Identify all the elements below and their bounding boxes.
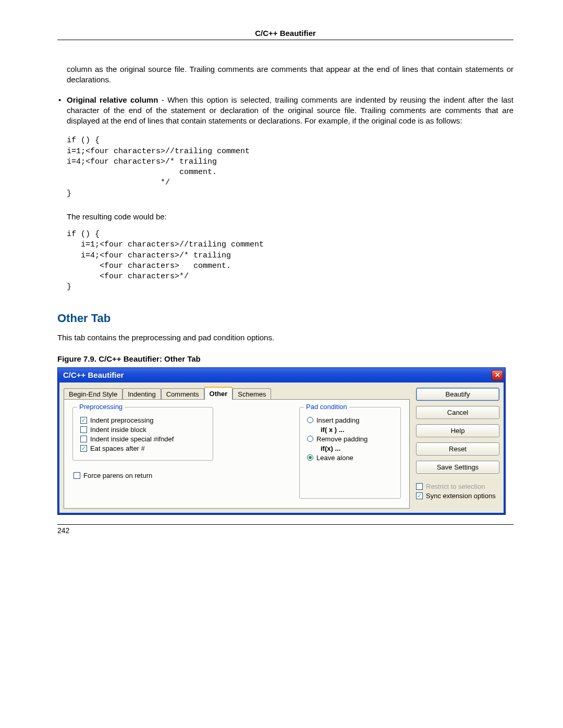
bullet-original-relative-column: Original relative column - When this opt… <box>57 95 513 127</box>
group-title-preprocessing: Preprocessing <box>77 403 125 411</box>
tab-schemes[interactable]: Schemes <box>232 388 271 400</box>
bullet-bold: Original relative column <box>67 95 158 104</box>
titlebar[interactable]: C/C++ Beautifier ✕ <box>58 368 505 382</box>
check-restrict-selection: Restrict to selection <box>416 483 499 490</box>
checkbox-icon: ✓ <box>416 492 423 499</box>
header-rule <box>57 40 513 40</box>
checkbox-icon <box>80 436 87 442</box>
radio-insert-padding[interactable]: Insert padding <box>307 416 393 424</box>
continuation-paragraph: column as the original source file. Trai… <box>57 64 513 85</box>
save-settings-button[interactable]: Save Settings <box>416 461 499 474</box>
check-indent-special-ifndef[interactable]: Indent inside special #ifndef <box>80 435 205 443</box>
close-icon[interactable]: ✕ <box>492 370 503 380</box>
check-sync-extension[interactable]: ✓ Sync extension options <box>416 492 499 500</box>
page-header: C/C++ Beautifier <box>57 29 513 38</box>
checkbox-icon <box>80 426 87 433</box>
check-label: Force parens on return <box>83 472 152 479</box>
check-indent-preprocessing[interactable]: ✓ Indent preprocessing <box>80 416 205 424</box>
tab-comments[interactable]: Comments <box>161 388 204 400</box>
footer-rule <box>57 524 513 525</box>
checkbox-icon: ✓ <box>80 445 87 452</box>
resulting-label: The resulting code would be: <box>57 212 513 222</box>
cancel-button[interactable]: Cancel <box>416 406 499 419</box>
figure-caption: Figure 7.9. C/C++ Beautifier: Other Tab <box>57 354 513 363</box>
code-block-original: if () { i=1;<four characters>//trailing … <box>67 135 513 199</box>
checkbox-icon <box>416 483 423 490</box>
tab-indenting[interactable]: Indenting <box>123 388 161 400</box>
check-label: Eat spaces after # <box>90 445 145 452</box>
check-label: Indent inside special #ifndef <box>90 435 174 443</box>
radio-label: Remove padding <box>316 435 368 443</box>
checkbox-icon <box>74 472 80 479</box>
tab-panel-other: Preprocessing ✓ Indent preprocessing Ind… <box>64 399 410 509</box>
section-description: This tab contains the preprocessing and … <box>57 332 513 343</box>
radio-label: Insert padding <box>316 416 359 424</box>
pad-example-insert: if( x ) ... <box>321 426 393 434</box>
beautify-button[interactable]: Beautify <box>416 388 499 401</box>
check-force-parens[interactable]: Force parens on return <box>74 472 287 479</box>
code-block-result: if () { i=1;<four characters>//trailing … <box>67 229 513 293</box>
radio-icon <box>307 454 313 461</box>
tab-other[interactable]: Other <box>204 387 233 400</box>
checkbox-icon: ✓ <box>80 417 87 424</box>
radio-remove-padding[interactable]: Remove padding <box>307 435 393 443</box>
dialog-beautifier: C/C++ Beautifier ✕ Begin-End Style Inden… <box>57 367 506 515</box>
section-heading-other-tab: Other Tab <box>57 312 513 325</box>
check-eat-spaces[interactable]: ✓ Eat spaces after # <box>80 445 205 452</box>
radio-label: Leave alone <box>316 454 353 462</box>
group-title-pad: Pad condition <box>304 403 349 411</box>
tab-strip: Begin-End Style Indenting Comments Other… <box>64 387 410 400</box>
help-button[interactable]: Help <box>416 424 499 437</box>
check-label: Restrict to selection <box>426 483 485 490</box>
check-label: Sync extension options <box>426 492 496 500</box>
radio-icon <box>307 436 313 442</box>
radio-icon <box>307 417 313 423</box>
check-label: Indent inside block <box>90 426 146 434</box>
dialog-title: C/C++ Beautifier <box>63 371 124 379</box>
check-indent-inside-block[interactable]: Indent inside block <box>80 426 205 434</box>
page-number: 242 <box>57 526 513 535</box>
check-label: Indent preprocessing <box>90 416 153 424</box>
button-column: Beautify Cancel Help Reset Save Settings… <box>416 387 499 509</box>
radio-leave-alone[interactable]: Leave alone <box>307 454 393 462</box>
group-pad-condition: Pad condition Insert padding if( x ) ...… <box>299 407 401 499</box>
tab-begin-end-style[interactable]: Begin-End Style <box>64 388 123 400</box>
pad-example-remove: if(x) ... <box>321 445 393 452</box>
reset-button[interactable]: Reset <box>416 442 499 455</box>
group-preprocessing: Preprocessing ✓ Indent preprocessing Ind… <box>72 407 213 461</box>
